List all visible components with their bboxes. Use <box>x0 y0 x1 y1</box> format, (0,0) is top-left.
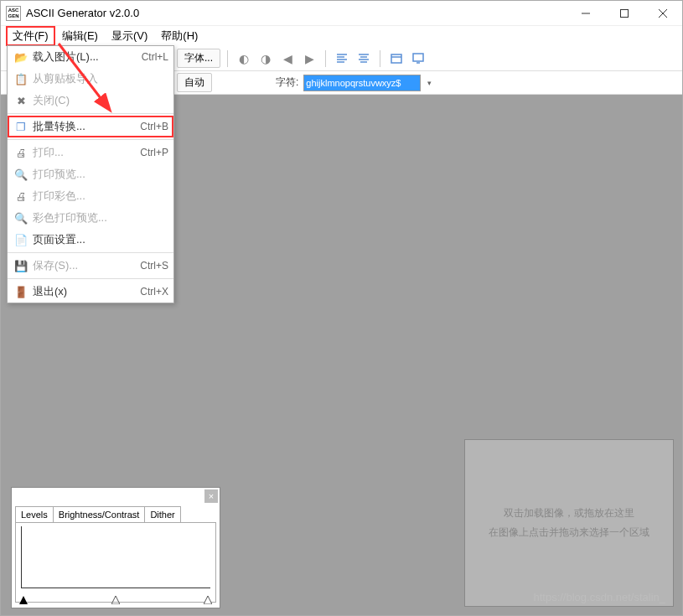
levels-histogram <box>21 526 210 588</box>
menu-file[interactable]: 文件(F) <box>6 26 55 46</box>
menu-separator <box>8 252 173 253</box>
watermark-text: https://blog.csdn.net/stalin_ <box>533 591 665 603</box>
menu-shortcut: Ctrl+X <box>140 286 168 298</box>
menu-shortcut: Ctrl+P <box>140 147 168 158</box>
triangle-up-icon <box>204 596 212 604</box>
app-icon: ASC GEN <box>6 6 21 21</box>
menu-item-label: 退出(x) <box>33 284 140 299</box>
align-left-icon[interactable] <box>333 49 351 68</box>
menu-item-label: 保存(S)... <box>33 258 140 273</box>
drop-hint-line2: 在图像上点击并拖动来选择一个区域 <box>489 525 649 540</box>
page-setup-icon: 📄 <box>13 234 29 246</box>
svg-rect-12 <box>391 54 401 63</box>
menu-shortcut: Ctrl+B <box>140 121 168 132</box>
menu-shortcut: Ctrl+S <box>140 260 168 272</box>
menubar: 文件(F) 编辑(E) 显示(V) 帮助(H) <box>1 26 682 46</box>
menu-close: ✖ 关闭(C) <box>8 90 173 111</box>
svg-marker-16 <box>19 596 28 604</box>
titlebar: ASC GEN ASCII Generator v2.0.0 <box>1 1 682 26</box>
close-button[interactable] <box>644 1 682 26</box>
file-dropdown-menu: 📂 载入图片(L)... Ctrl+L 📋 从剪贴板导入 ✖ 关闭(C) ❐ 批… <box>7 45 174 303</box>
close-icon <box>659 9 667 18</box>
exit-icon: 🚪 <box>13 286 29 298</box>
menu-exit[interactable]: 🚪 退出(x) Ctrl+X <box>8 281 173 303</box>
menu-item-label: 页面设置... <box>33 232 168 247</box>
menu-print: 🖨 打印... Ctrl+P <box>8 142 173 163</box>
maximize-button[interactable] <box>605 1 644 26</box>
levels-graph-area <box>15 522 216 603</box>
menu-load-image[interactable]: 📂 载入图片(L)... Ctrl+L <box>8 46 173 68</box>
printer-icon: 🖨 <box>13 147 29 159</box>
menu-save: 💾 保存(S)... Ctrl+S <box>8 255 173 277</box>
window-icon[interactable] <box>387 49 406 68</box>
menu-item-label: 从剪贴板导入 <box>33 71 168 86</box>
menu-print-preview: 🔍 打印预览... <box>8 163 173 185</box>
minimize-button[interactable] <box>567 1 605 26</box>
chars-input[interactable] <box>303 75 421 91</box>
menu-item-label: 载入图片(L)... <box>33 49 142 65</box>
color-preview-icon: 🔍 <box>13 212 29 225</box>
monitor-icon[interactable] <box>409 49 427 68</box>
menu-item-label: 批量转换... <box>33 119 140 134</box>
svg-marker-18 <box>204 596 212 604</box>
menu-separator <box>8 278 173 279</box>
clipboard-icon: 📋 <box>13 73 29 85</box>
batch-icon: ❐ <box>13 121 29 133</box>
window-controls <box>567 1 682 26</box>
svg-rect-14 <box>413 54 423 61</box>
menu-item-label: 打印彩色... <box>33 189 168 204</box>
menu-batch-convert[interactable]: ❐ 批量转换... Ctrl+B <box>8 116 173 137</box>
levels-panel: × Levels Brightness/Contrast Dither <box>11 487 220 608</box>
folder-icon: 📂 <box>13 51 29 64</box>
levels-tabs: Levels Brightness/Contrast Dither <box>15 506 220 522</box>
svg-marker-17 <box>111 596 120 604</box>
triangle-up-icon <box>19 596 28 604</box>
chars-dropdown-arrow[interactable]: ▾ <box>427 79 432 87</box>
preview-icon: 🔍 <box>13 168 29 181</box>
tab-brightness-contrast[interactable]: Brightness/Contrast <box>53 506 146 522</box>
tab-dither[interactable]: Dither <box>144 506 180 522</box>
drop-hint-line1: 双击加载图像，或拖放在这里 <box>504 506 634 520</box>
chars-label: 字符: <box>276 75 298 90</box>
align-center-icon[interactable] <box>354 49 373 68</box>
levels-black-handle[interactable] <box>19 593 28 601</box>
toolbar-separator <box>380 50 380 67</box>
save-icon: 💾 <box>13 260 29 272</box>
menu-print-color: 🖨 打印彩色... <box>8 185 173 207</box>
toolbar-separator <box>227 50 228 67</box>
minimize-icon <box>582 9 590 18</box>
menu-item-label: 打印预览... <box>33 167 168 182</box>
maximize-icon <box>620 9 629 18</box>
close-x-icon: × <box>209 491 214 501</box>
tab-levels[interactable]: Levels <box>15 506 54 522</box>
font-button[interactable]: 字体... <box>177 49 220 68</box>
menu-color-print-preview: 🔍 彩色打印预览... <box>8 207 173 229</box>
brightness-icon[interactable]: ◑ <box>256 49 275 68</box>
menu-item-label: 关闭(C) <box>33 93 168 108</box>
triangle-up-icon <box>111 596 120 604</box>
svg-rect-1 <box>621 9 629 17</box>
levels-white-handle[interactable] <box>204 593 212 601</box>
menu-page-setup[interactable]: 📄 页面设置... <box>8 229 173 251</box>
toolbar-separator <box>325 50 326 67</box>
color-printer-icon: 🖨 <box>13 190 29 203</box>
menu-from-clipboard: 📋 从剪贴板导入 <box>8 68 173 90</box>
menu-item-label: 打印... <box>33 145 140 160</box>
contrast-icon[interactable]: ◐ <box>235 49 253 68</box>
levels-mid-handle[interactable] <box>111 593 120 601</box>
image-drop-zone[interactable]: 双击加载图像，或拖放在这里 在图像上点击并拖动来选择一个区域 <box>464 439 674 607</box>
adjust-left-icon[interactable]: ◀ <box>278 49 297 68</box>
menu-shortcut: Ctrl+L <box>142 51 168 63</box>
menu-item-label: 彩色打印预览... <box>33 210 168 225</box>
menu-separator <box>8 113 173 114</box>
menu-edit[interactable]: 编辑(E) <box>55 26 105 46</box>
levels-close-button[interactable]: × <box>204 489 218 503</box>
window-title: ASCII Generator v2.0.0 <box>26 7 567 19</box>
menu-separator <box>8 139 173 140</box>
menu-help[interactable]: 帮助(H) <box>154 26 204 46</box>
close-file-icon: ✖ <box>13 95 29 107</box>
auto-button[interactable]: 自动 <box>177 73 212 92</box>
menu-view[interactable]: 显示(V) <box>105 26 154 46</box>
adjust-right-icon[interactable]: ▶ <box>300 49 318 68</box>
